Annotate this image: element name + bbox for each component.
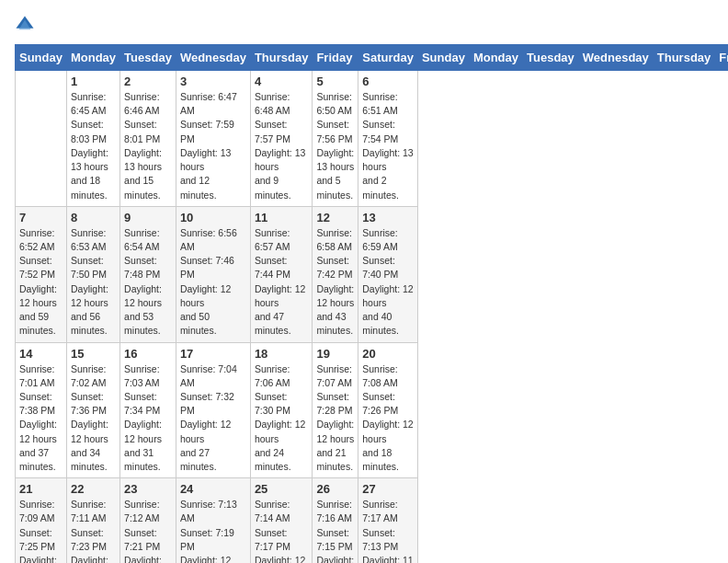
calendar-cell: 2Sunrise: 6:46 AM Sunset: 8:01 PM Daylig…	[120, 71, 176, 207]
calendar-cell: 14Sunrise: 7:01 AM Sunset: 7:38 PM Dayli…	[16, 342, 67, 478]
day-number: 22	[71, 482, 116, 496]
header-monday: Monday	[66, 45, 119, 71]
page-header	[15, 15, 713, 35]
calendar-cell: 26Sunrise: 7:16 AM Sunset: 7:15 PM Dayli…	[313, 478, 358, 563]
day-info: Sunrise: 6:48 AM Sunset: 7:57 PM Dayligh…	[255, 90, 309, 202]
day-number: 21	[19, 482, 63, 496]
calendar-week-row: 21Sunrise: 7:09 AM Sunset: 7:25 PM Dayli…	[16, 478, 729, 563]
calendar-cell: 22Sunrise: 7:11 AM Sunset: 7:23 PM Dayli…	[66, 478, 119, 563]
day-info: Sunrise: 7:02 AM Sunset: 7:36 PM Dayligh…	[71, 362, 116, 475]
calendar-cell: 17Sunrise: 7:04 AM Sunset: 7:32 PM Dayli…	[176, 342, 250, 478]
calendar-cell: 4Sunrise: 6:48 AM Sunset: 7:57 PM Daylig…	[250, 71, 313, 207]
day-info: Sunrise: 6:51 AM Sunset: 7:54 PM Dayligh…	[362, 90, 414, 202]
header-sunday: Sunday	[417, 45, 469, 71]
calendar-cell: 21Sunrise: 7:09 AM Sunset: 7:25 PM Dayli…	[16, 478, 67, 563]
logo	[15, 15, 39, 35]
day-info: Sunrise: 6:45 AM Sunset: 8:03 PM Dayligh…	[71, 90, 116, 202]
day-info: Sunrise: 7:08 AM Sunset: 7:26 PM Dayligh…	[362, 362, 414, 475]
calendar-cell	[16, 71, 67, 207]
day-number: 19	[316, 347, 354, 361]
day-info: Sunrise: 6:50 AM Sunset: 7:56 PM Dayligh…	[316, 90, 354, 202]
header-wednesday: Wednesday	[578, 45, 653, 71]
day-info: Sunrise: 7:16 AM Sunset: 7:15 PM Dayligh…	[316, 498, 354, 563]
calendar-cell: 13Sunrise: 6:59 AM Sunset: 7:40 PM Dayli…	[358, 206, 418, 342]
calendar-cell: 5Sunrise: 6:50 AM Sunset: 7:56 PM Daylig…	[313, 71, 358, 207]
calendar-table: SundayMondayTuesdayWednesdayThursdayFrid…	[15, 44, 728, 563]
day-number: 2	[124, 75, 172, 88]
day-number: 7	[19, 211, 63, 224]
day-info: Sunrise: 6:58 AM Sunset: 7:42 PM Dayligh…	[316, 226, 354, 339]
day-info: Sunrise: 7:09 AM Sunset: 7:25 PM Dayligh…	[19, 498, 63, 563]
day-number: 5	[316, 75, 354, 88]
day-number: 3	[180, 75, 246, 88]
calendar-cell: 25Sunrise: 7:14 AM Sunset: 7:17 PM Dayli…	[250, 478, 313, 563]
generalblue-icon	[15, 15, 35, 35]
calendar-cell: 8Sunrise: 6:53 AM Sunset: 7:50 PM Daylig…	[66, 206, 119, 342]
day-info: Sunrise: 6:54 AM Sunset: 7:48 PM Dayligh…	[124, 226, 172, 339]
day-number: 15	[71, 347, 116, 361]
header-tuesday: Tuesday	[523, 45, 579, 71]
calendar-week-row: 7Sunrise: 6:52 AM Sunset: 7:52 PM Daylig…	[16, 206, 729, 342]
day-number: 4	[255, 75, 309, 88]
calendar-cell: 27Sunrise: 7:17 AM Sunset: 7:13 PM Dayli…	[358, 478, 418, 563]
header-saturday: Saturday	[358, 45, 418, 71]
day-number: 26	[316, 482, 354, 496]
day-number: 16	[124, 347, 172, 361]
day-number: 14	[19, 347, 63, 361]
calendar-cell: 18Sunrise: 7:06 AM Sunset: 7:30 PM Dayli…	[250, 342, 313, 478]
day-number: 24	[180, 482, 246, 496]
header-monday: Monday	[469, 45, 522, 71]
calendar-cell: 23Sunrise: 7:12 AM Sunset: 7:21 PM Dayli…	[120, 478, 176, 563]
calendar-header-row: SundayMondayTuesdayWednesdayThursdayFrid…	[16, 45, 729, 71]
day-number: 9	[124, 211, 172, 224]
day-info: Sunrise: 7:17 AM Sunset: 7:13 PM Dayligh…	[362, 498, 414, 563]
calendar-cell: 9Sunrise: 6:54 AM Sunset: 7:48 PM Daylig…	[120, 206, 176, 342]
day-info: Sunrise: 6:47 AM Sunset: 7:59 PM Dayligh…	[180, 90, 246, 202]
day-info: Sunrise: 7:03 AM Sunset: 7:34 PM Dayligh…	[124, 362, 172, 475]
calendar-cell: 3Sunrise: 6:47 AM Sunset: 7:59 PM Daylig…	[176, 71, 250, 207]
day-number: 11	[255, 211, 309, 224]
header-sunday: Sunday	[16, 45, 67, 71]
day-info: Sunrise: 6:57 AM Sunset: 7:44 PM Dayligh…	[255, 226, 309, 339]
day-info: Sunrise: 7:12 AM Sunset: 7:21 PM Dayligh…	[124, 498, 172, 563]
calendar-cell: 6Sunrise: 6:51 AM Sunset: 7:54 PM Daylig…	[358, 71, 418, 207]
day-info: Sunrise: 7:04 AM Sunset: 7:32 PM Dayligh…	[180, 362, 246, 475]
day-info: Sunrise: 7:06 AM Sunset: 7:30 PM Dayligh…	[255, 362, 309, 475]
calendar-cell: 12Sunrise: 6:58 AM Sunset: 7:42 PM Dayli…	[313, 206, 358, 342]
day-info: Sunrise: 7:11 AM Sunset: 7:23 PM Dayligh…	[71, 498, 116, 563]
day-number: 18	[255, 347, 309, 361]
day-info: Sunrise: 7:13 AM Sunset: 7:19 PM Dayligh…	[180, 498, 246, 563]
header-thursday: Thursday	[250, 45, 313, 71]
header-thursday: Thursday	[653, 45, 715, 71]
day-info: Sunrise: 6:46 AM Sunset: 8:01 PM Dayligh…	[124, 90, 172, 202]
day-info: Sunrise: 6:59 AM Sunset: 7:40 PM Dayligh…	[362, 226, 414, 339]
calendar-week-row: 14Sunrise: 7:01 AM Sunset: 7:38 PM Dayli…	[16, 342, 729, 478]
header-tuesday: Tuesday	[120, 45, 176, 71]
day-number: 17	[180, 347, 246, 361]
day-number: 25	[255, 482, 309, 496]
calendar-cell: 16Sunrise: 7:03 AM Sunset: 7:34 PM Dayli…	[120, 342, 176, 478]
day-number: 10	[180, 211, 246, 224]
day-number: 12	[316, 211, 354, 224]
header-friday: Friday	[313, 45, 358, 71]
calendar-cell: 1Sunrise: 6:45 AM Sunset: 8:03 PM Daylig…	[66, 71, 119, 207]
day-number: 13	[362, 211, 414, 224]
day-number: 8	[71, 211, 116, 224]
day-number: 1	[71, 75, 116, 88]
calendar-cell: 19Sunrise: 7:07 AM Sunset: 7:28 PM Dayli…	[313, 342, 358, 478]
header-wednesday: Wednesday	[176, 45, 250, 71]
calendar-cell: 11Sunrise: 6:57 AM Sunset: 7:44 PM Dayli…	[250, 206, 313, 342]
calendar-cell: 10Sunrise: 6:56 AM Sunset: 7:46 PM Dayli…	[176, 206, 250, 342]
day-info: Sunrise: 7:01 AM Sunset: 7:38 PM Dayligh…	[19, 362, 63, 475]
calendar-cell: 24Sunrise: 7:13 AM Sunset: 7:19 PM Dayli…	[176, 478, 250, 563]
day-info: Sunrise: 7:14 AM Sunset: 7:17 PM Dayligh…	[255, 498, 309, 563]
calendar-cell: 20Sunrise: 7:08 AM Sunset: 7:26 PM Dayli…	[358, 342, 418, 478]
day-info: Sunrise: 7:07 AM Sunset: 7:28 PM Dayligh…	[316, 362, 354, 475]
calendar-week-row: 1Sunrise: 6:45 AM Sunset: 8:03 PM Daylig…	[16, 71, 729, 207]
day-info: Sunrise: 6:52 AM Sunset: 7:52 PM Dayligh…	[19, 226, 63, 339]
calendar-cell: 15Sunrise: 7:02 AM Sunset: 7:36 PM Dayli…	[66, 342, 119, 478]
header-friday: Friday	[715, 45, 728, 71]
day-number: 6	[362, 75, 414, 88]
day-number: 27	[362, 482, 414, 496]
day-info: Sunrise: 6:56 AM Sunset: 7:46 PM Dayligh…	[180, 226, 246, 339]
